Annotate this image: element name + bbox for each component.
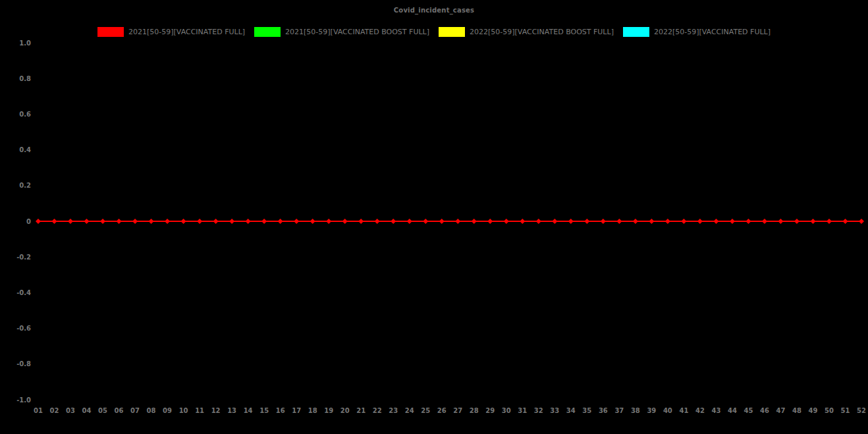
data-point-marker: [294, 219, 299, 224]
x-tick-label: 10: [179, 407, 188, 414]
data-point-marker: [730, 219, 735, 224]
data-point-marker: [84, 219, 90, 224]
data-point-marker: [487, 219, 493, 224]
x-tick-label: 28: [470, 407, 479, 414]
data-point-marker: [407, 219, 412, 224]
x-tick-label: 09: [163, 407, 172, 414]
data-point-marker: [149, 219, 154, 224]
data-point-marker: [261, 219, 267, 224]
data-point-marker: [358, 219, 364, 224]
data-point-marker: [132, 219, 138, 224]
x-tick-label: 36: [599, 407, 608, 414]
data-point-marker: [552, 219, 557, 224]
data-point-marker: [601, 219, 606, 224]
x-tick-label: 51: [841, 407, 850, 414]
x-tick-label: 20: [340, 407, 350, 414]
x-tick-label: 42: [695, 407, 705, 414]
x-tick-label: 26: [437, 407, 447, 414]
data-point-marker: [117, 219, 122, 224]
x-tick-label: 33: [550, 407, 559, 414]
data-point-marker: [827, 219, 832, 224]
y-tick-label: -0.4: [16, 289, 31, 296]
x-tick-label: 48: [792, 407, 801, 414]
data-point-marker: [375, 219, 380, 224]
y-tick-label: -0.6: [16, 325, 31, 332]
data-point-marker: [633, 219, 638, 224]
data-point-marker: [536, 219, 541, 224]
data-point-marker: [746, 219, 751, 224]
x-tick-label: 01: [34, 407, 43, 414]
data-point-marker: [310, 219, 315, 224]
x-tick-label: 45: [744, 407, 753, 414]
x-tick-label: 35: [582, 407, 591, 414]
data-point-marker: [246, 219, 251, 224]
x-tick-label: 44: [728, 407, 737, 414]
x-tick-label: 23: [389, 407, 398, 414]
x-tick-label: 46: [760, 407, 769, 414]
x-tick-label: 15: [259, 407, 269, 414]
data-point-marker: [859, 219, 864, 224]
x-tick-label: 03: [66, 407, 75, 414]
data-point-marker: [616, 219, 622, 224]
data-point-marker: [584, 219, 589, 224]
data-point-marker: [842, 219, 848, 224]
data-point-marker: [649, 219, 654, 224]
data-point-marker: [520, 219, 525, 224]
x-tick-label: 21: [356, 407, 366, 414]
x-tick-label: 30: [502, 407, 511, 414]
data-point-marker: [713, 219, 719, 224]
data-point-marker: [213, 219, 219, 224]
x-tick-label: 37: [614, 407, 624, 414]
data-point-marker: [36, 219, 41, 224]
y-tick-label: 1.0: [19, 40, 31, 47]
data-point-marker: [229, 219, 234, 224]
data-point-marker: [762, 219, 767, 224]
x-tick-label: 08: [147, 407, 156, 414]
data-point-marker: [423, 219, 428, 224]
x-tick-label: 13: [227, 407, 236, 414]
x-tick-label: 32: [534, 407, 543, 414]
y-tick-label: 0: [26, 218, 31, 225]
x-tick-label: 18: [308, 407, 317, 414]
x-tick-label: 38: [631, 407, 640, 414]
x-tick-label: 43: [711, 407, 720, 414]
chart-canvas: Covid_incident_cases 2021[50-59][VACCINA…: [0, 0, 868, 434]
plot-area: 1.00.80.60.40.20-0.2-0.4-0.6-0.8-1.00102…: [0, 0, 868, 434]
x-tick-label: 39: [647, 407, 656, 414]
y-tick-label: -1.0: [16, 396, 31, 404]
data-point-marker: [278, 219, 283, 224]
x-tick-label: 41: [679, 407, 688, 414]
y-tick-label: 0.8: [19, 75, 31, 82]
data-point-marker: [100, 219, 105, 224]
x-tick-label: 19: [324, 407, 333, 414]
data-point-marker: [472, 219, 477, 224]
data-point-marker: [439, 219, 445, 224]
x-tick-label: 29: [485, 407, 495, 414]
x-tick-label: 17: [292, 407, 301, 414]
data-point-marker: [455, 219, 460, 224]
x-tick-label: 11: [195, 407, 204, 414]
x-tick-label: 05: [98, 407, 107, 414]
data-point-marker: [197, 219, 202, 224]
data-point-marker: [665, 219, 670, 224]
data-point-marker: [181, 219, 186, 224]
data-point-marker: [326, 219, 331, 224]
x-tick-label: 25: [421, 407, 430, 414]
data-point-marker: [165, 219, 170, 224]
x-tick-label: 24: [405, 407, 414, 414]
data-point-marker: [391, 219, 396, 224]
x-tick-label: 16: [276, 407, 285, 414]
data-point-marker: [52, 219, 57, 224]
data-point-marker: [504, 219, 509, 224]
data-point-marker: [681, 219, 686, 224]
x-tick-label: 40: [663, 407, 672, 414]
x-tick-label: 04: [82, 407, 92, 414]
x-tick-label: 50: [825, 407, 834, 414]
y-tick-label: 0.6: [19, 111, 31, 118]
x-tick-label: 52: [857, 407, 866, 414]
x-tick-label: 07: [130, 407, 140, 414]
data-point-marker: [794, 219, 800, 224]
y-tick-label: 0.4: [19, 146, 31, 153]
x-tick-label: 34: [566, 407, 576, 414]
x-tick-label: 49: [809, 407, 818, 414]
